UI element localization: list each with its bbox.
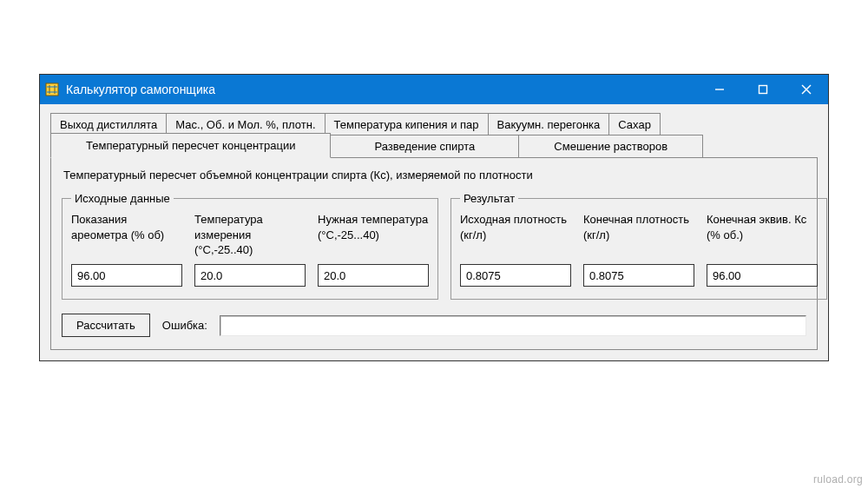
final-equiv-label: Конечная эквив. Кс (% об.)	[707, 212, 818, 259]
result-group: Результат Исходная плотность (кг/л) Коне…	[450, 192, 827, 300]
client-area: Выход дистиллята Мас., Об. и Мол. %, пло…	[40, 104, 828, 360]
final-density-output[interactable]	[583, 264, 694, 287]
tab-temp-recalc[interactable]: Температурный пересчет концентрации	[50, 133, 331, 158]
areometer-label: Показания ареометра (% об)	[71, 212, 182, 259]
app-window: Калькулятор самогонщика Выход дистиллята…	[39, 74, 829, 361]
watermark: ruload.org	[813, 473, 863, 486]
meas-temp-input[interactable]	[194, 264, 306, 287]
app-icon	[45, 83, 59, 96]
final-density-label: Конечная плотность (кг/л)	[583, 212, 694, 259]
tab-control: Выход дистиллята Мас., Об. и Мол. %, пло…	[50, 113, 818, 350]
calculate-button[interactable]: Рассчитать	[62, 314, 150, 337]
svg-rect-0	[46, 83, 58, 96]
svg-rect-6	[760, 86, 767, 94]
tab-panel: Температурный пересчет объемной концентр…	[50, 157, 818, 350]
close-button[interactable]	[785, 75, 828, 104]
window-controls	[698, 75, 828, 104]
target-temp-label: Нужная температура (°С,-25...40)	[318, 212, 429, 259]
src-density-output[interactable]	[460, 264, 571, 287]
minimize-button[interactable]	[698, 75, 741, 104]
error-label: Ошибка:	[162, 319, 207, 332]
result-group-legend: Результат	[460, 192, 518, 205]
tab-boiling-temp[interactable]: Температура кипения и пар	[325, 113, 489, 135]
tab-row-front: Температурный пересчет концентрации Разв…	[50, 135, 818, 157]
tab-sugar[interactable]: Сахар	[608, 113, 661, 135]
panel-description: Температурный пересчет объемной концентр…	[63, 169, 806, 182]
error-output	[220, 315, 806, 336]
tab-vacuum-distillation[interactable]: Вакуумн. перегонка	[488, 113, 610, 135]
meas-temp-label: Температура измерения (°С,-25..40)	[194, 212, 306, 259]
tab-mixing[interactable]: Смешение растворов	[518, 135, 703, 157]
source-group-legend: Исходные данные	[71, 192, 174, 205]
maximize-button[interactable]	[741, 75, 785, 104]
source-data-group: Исходные данные Показания ареометра (% о…	[62, 192, 438, 300]
final-equiv-output[interactable]	[707, 264, 818, 287]
target-temp-input[interactable]	[318, 264, 429, 287]
src-density-label: Исходная плотность (кг/л)	[460, 212, 571, 259]
areometer-input[interactable]	[71, 264, 182, 287]
tab-dilution[interactable]: Разведение спирта	[330, 135, 519, 157]
titlebar: Калькулятор самогонщика	[40, 75, 828, 104]
window-title: Калькулятор самогонщика	[66, 83, 698, 96]
